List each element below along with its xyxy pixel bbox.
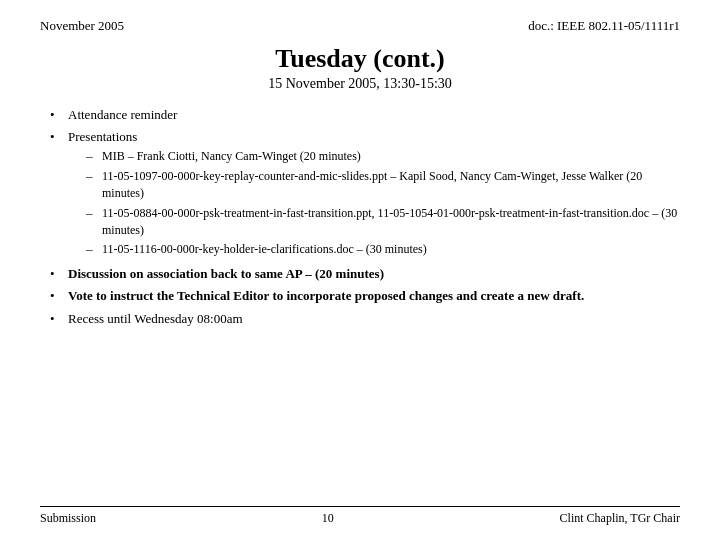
sub-text-2-2: 11-05-0884-00-000r-psk-treatment-in-fast… bbox=[102, 205, 680, 239]
sub-item-2-1: – 11-05-1097-00-000r-key-replay-counter-… bbox=[86, 168, 680, 202]
title-section: Tuesday (cont.) 15 November 2005, 13:30-… bbox=[40, 44, 680, 92]
sub-list-2: – MIB – Frank Ciotti, Nancy Cam-Winget (… bbox=[86, 148, 680, 258]
main-title: Tuesday (cont.) bbox=[40, 44, 680, 74]
sub-dash-2-0: – bbox=[86, 148, 102, 164]
footer-left: Submission bbox=[40, 511, 96, 526]
bullet-text-5: Recess until Wednesday 08:00am bbox=[68, 310, 243, 328]
sub-text-2-1: 11-05-1097-00-000r-key-replay-counter-an… bbox=[102, 168, 680, 202]
bullet-text-3: Discussion on association back to same A… bbox=[68, 265, 384, 283]
bullet-text-2-group: Presentations – MIB – Frank Ciotti, Nanc… bbox=[68, 128, 680, 261]
bullet-dot-5: • bbox=[50, 310, 68, 327]
sub-text-2-0: MIB – Frank Ciotti, Nancy Cam-Winget (20… bbox=[102, 148, 361, 165]
sub-dash-2-1: – bbox=[86, 168, 102, 184]
subtitle: 15 November 2005, 13:30-15:30 bbox=[40, 76, 680, 92]
bullet-text-1: Attendance reminder bbox=[68, 106, 177, 124]
sub-item-2-3: – 11-05-1116-00-000r-key-holder-ie-clari… bbox=[86, 241, 680, 258]
bullet-dot-1: • bbox=[50, 106, 68, 123]
bullet-text-2: Presentations bbox=[68, 129, 137, 144]
header-left: November 2005 bbox=[40, 18, 124, 34]
bullet-dot-4: • bbox=[50, 287, 68, 304]
sub-item-2-2: – 11-05-0884-00-000r-psk-treatment-in-fa… bbox=[86, 205, 680, 239]
sub-text-2-3: 11-05-1116-00-000r-key-holder-ie-clarifi… bbox=[102, 241, 427, 258]
bullet-item-5: • Recess until Wednesday 08:00am bbox=[50, 310, 680, 328]
footer-right: Clint Chaplin, TGr Chair bbox=[560, 511, 680, 526]
page: November 2005 doc.: IEEE 802.11-05/1111r… bbox=[0, 0, 720, 540]
sub-dash-2-3: – bbox=[86, 241, 102, 257]
bullet-dot-3: • bbox=[50, 265, 68, 282]
bullet-item-4: • Vote to instruct the Technical Editor … bbox=[50, 287, 680, 305]
bullet-text-4: Vote to instruct the Technical Editor to… bbox=[68, 287, 584, 305]
header-right: doc.: IEEE 802.11-05/1111r1 bbox=[528, 18, 680, 34]
sub-dash-2-2: – bbox=[86, 205, 102, 221]
header: November 2005 doc.: IEEE 802.11-05/1111r… bbox=[40, 18, 680, 34]
content: • Attendance reminder • Presentations – … bbox=[40, 106, 680, 328]
sub-item-2-0: – MIB – Frank Ciotti, Nancy Cam-Winget (… bbox=[86, 148, 680, 165]
footer: Submission 10 Clint Chaplin, TGr Chair bbox=[40, 506, 680, 526]
bullet-item-2: • Presentations – MIB – Frank Ciotti, Na… bbox=[50, 128, 680, 261]
footer-center: 10 bbox=[322, 511, 334, 526]
bullet-item-3: • Discussion on association back to same… bbox=[50, 265, 680, 283]
bullet-dot-2: • bbox=[50, 128, 68, 145]
bullet-item-1: • Attendance reminder bbox=[50, 106, 680, 124]
